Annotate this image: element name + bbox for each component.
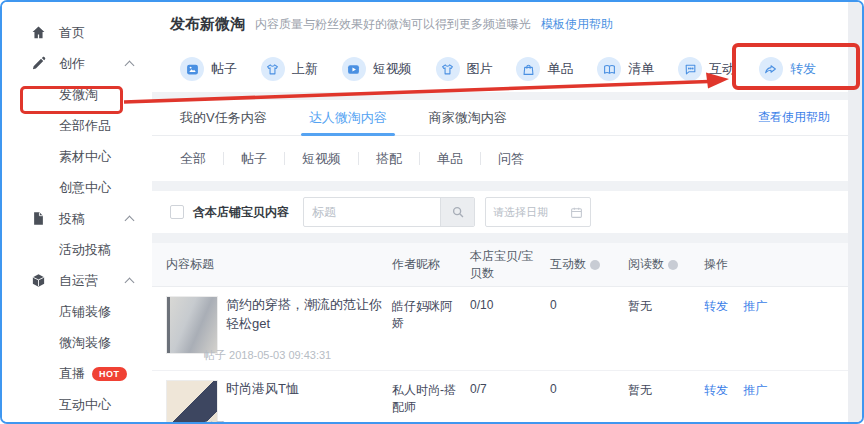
sidebar-item-post-weitao[interactable]: 发微淘	[2, 79, 152, 110]
tshirt-icon	[436, 57, 460, 81]
tab-daren-weitao-content[interactable]: 达人微淘内容	[309, 100, 387, 135]
publish-tab-label: 转发	[790, 60, 816, 78]
sidebar-item-weitao-decoration[interactable]: 微淘装修	[2, 327, 152, 358]
sidebar-item-activity-submission[interactable]: 活动投稿	[2, 234, 152, 265]
publish-tab-label: 帖子	[211, 60, 237, 78]
sidebar-item-label: 活动投稿	[59, 241, 111, 259]
chevron-up-icon	[125, 216, 135, 226]
date-picker-input[interactable]	[493, 206, 561, 218]
content-thumbnail	[166, 296, 218, 354]
sidebar-item-label: 投稿	[59, 210, 85, 228]
interaction-count: 0	[550, 380, 628, 424]
publish-tab-label: 短视频	[373, 60, 412, 78]
sidebar-item-label: 素材中心	[59, 148, 111, 166]
sidebar-item-label: 互动中心	[59, 396, 111, 414]
publish-tab-label: 图片	[467, 60, 493, 78]
filter-short-video[interactable]: 短视频	[285, 152, 359, 165]
forward-link[interactable]: 转发	[704, 299, 728, 313]
column-header-interactions: 互动数	[550, 256, 628, 273]
sidebar-item-shop-decoration[interactable]: 店铺装修	[2, 296, 152, 327]
chat-icon	[678, 57, 702, 81]
filter-single-item[interactable]: 单品	[420, 152, 481, 165]
sidebar-item-create[interactable]: 创作	[2, 48, 152, 79]
column-header-title: 内容标题	[166, 256, 392, 273]
search-icon	[451, 205, 465, 219]
content-table: 内容标题 作者昵称 本店宝贝/宝贝数 互动数 阅读数 操作	[152, 243, 848, 424]
template-help-link[interactable]: 模板使用帮助	[541, 16, 613, 33]
publish-tab-list[interactable]: 清单	[597, 51, 654, 87]
sidebar-item-interaction-center[interactable]: 互动中心	[2, 389, 152, 420]
read-count: 暂无	[628, 380, 704, 424]
shop-items-checkbox-wrap[interactable]: 含本店铺宝贝内容	[170, 204, 303, 221]
publish-tab-forward[interactable]: 转发	[759, 51, 816, 87]
publish-tab-new-arrival[interactable]: 上新	[261, 51, 318, 87]
publish-tab-interaction[interactable]: 互动	[678, 51, 735, 87]
search-button[interactable]	[440, 198, 474, 226]
sidebar-item-self-operation[interactable]: 自运营	[2, 265, 152, 296]
row-actions: 转发 推广	[704, 380, 848, 424]
page-subtitle: 内容质量与粉丝效果好的微淘可以得到更多频道曝光	[255, 16, 531, 33]
tab-label: 达人微淘内容	[309, 109, 387, 127]
list-book-icon	[597, 57, 621, 81]
sidebar-item-label: 创作	[59, 55, 85, 73]
sidebar-item-home[interactable]: 首页	[2, 17, 152, 48]
search-filter-bar: 含本店铺宝贝内容	[152, 191, 848, 233]
sidebar-item-label: 自运营	[59, 272, 98, 290]
content-title-cell: 时尚港风T恤 帖子 2018-05-03 09:43:21	[166, 380, 392, 424]
sidebar-item-label: 全部作品	[59, 117, 111, 135]
sidebar-item-live[interactable]: 直播 HOT	[2, 358, 152, 389]
sidebar-item-label: 微淘装修	[59, 334, 111, 352]
promote-link[interactable]: 推广	[743, 383, 767, 397]
sidebar-item-label: 直播	[59, 365, 85, 383]
publish-tab-image[interactable]: 图片	[436, 51, 493, 87]
filter-outfit[interactable]: 搭配	[359, 152, 420, 165]
sidebar-item-label: 发微淘	[59, 86, 98, 104]
info-icon[interactable]	[590, 260, 600, 270]
publish-tab-post[interactable]: 帖子	[180, 51, 237, 87]
column-header-author: 作者昵称	[392, 256, 470, 273]
sidebar-item-label: 创意中心	[59, 179, 111, 197]
page-title: 发布新微淘	[170, 15, 245, 34]
publish-tab-short-video[interactable]: 短视频	[342, 51, 412, 87]
title-search-input[interactable]	[304, 198, 440, 226]
section-divider	[152, 181, 848, 191]
author-nickname: 皓仔妈咪阿娇	[392, 296, 470, 370]
type-filter-bar: 全部 帖子 短视频 搭配 单品 问答	[152, 136, 848, 181]
sidebar-item-material-center[interactable]: 素材中心	[2, 141, 152, 172]
content-title-cell: 简约的穿搭，潮流的范让你轻松get 帖子 2018-05-03 09:43:31	[166, 296, 392, 370]
main-content: 发布新微淘 内容质量与粉丝效果好的微淘可以得到更多频道曝光 模板使用帮助 帖子 …	[152, 2, 848, 422]
tshirt-icon	[261, 57, 285, 81]
right-gutter	[848, 2, 862, 422]
publish-tab-single-item[interactable]: 单品	[516, 51, 573, 87]
column-header-reads: 阅读数	[628, 256, 704, 273]
shop-items-count: 0/7	[470, 380, 550, 424]
publish-type-tabs: 帖子 上新 短视频 图片	[152, 46, 848, 92]
tab-merchant-weitao-content[interactable]: 商家微淘内容	[429, 100, 507, 135]
table-row: 时尚港风T恤 帖子 2018-05-03 09:43:21 私人时尚-搭配师 0…	[152, 371, 848, 424]
usage-help-link[interactable]: 查看使用帮助	[758, 109, 830, 126]
tab-label: 我的V任务内容	[180, 109, 267, 127]
filter-post[interactable]: 帖子	[224, 152, 285, 165]
tab-underline	[764, 86, 810, 89]
checkbox[interactable]	[170, 205, 184, 219]
row-actions: 转发 推广	[704, 296, 848, 370]
checkbox-label: 含本店铺宝贝内容	[193, 204, 289, 221]
column-header-shop-items: 本店宝贝/宝贝数	[470, 248, 550, 280]
sidebar: 首页 创作 发微淘 全部作品 素材中心 创意中心 投稿	[2, 2, 152, 422]
forward-link[interactable]: 转发	[704, 383, 728, 397]
sidebar-item-all-works[interactable]: 全部作品	[2, 110, 152, 141]
chevron-up-icon	[125, 61, 135, 71]
filter-all[interactable]: 全部	[180, 152, 224, 165]
filter-qa[interactable]: 问答	[481, 152, 541, 165]
promote-link[interactable]: 推广	[743, 299, 767, 313]
tab-my-v-task-content[interactable]: 我的V任务内容	[180, 100, 267, 135]
info-icon[interactable]	[668, 260, 678, 270]
date-picker[interactable]	[485, 197, 591, 227]
read-count: 暂无	[628, 296, 704, 370]
sidebar-item-creative-center[interactable]: 创意中心	[2, 172, 152, 203]
content-source-tabs: 我的V任务内容 达人微淘内容 商家微淘内容 查看使用帮助	[152, 100, 848, 136]
sidebar-item-submission[interactable]: 投稿	[2, 203, 152, 234]
chevron-up-icon	[125, 278, 135, 288]
document-icon	[31, 211, 46, 226]
title-search-box	[303, 197, 475, 227]
